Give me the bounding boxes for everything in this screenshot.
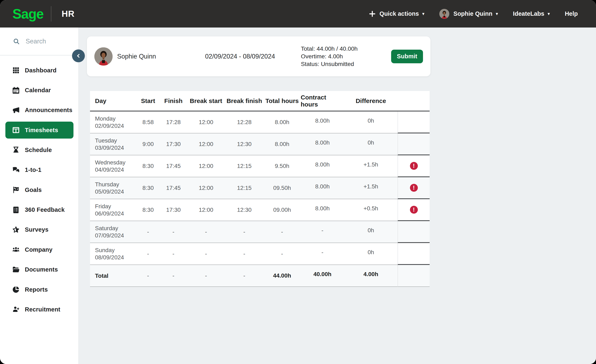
sidebar-item-calendar[interactable]: Calendar bbox=[0, 80, 78, 100]
timesheet-row-monday: Monday02/09/20248:5817:2812:0012:288.00h… bbox=[90, 111, 430, 133]
search-icon bbox=[13, 38, 20, 45]
sidebar-item-label: 360 Feedback bbox=[25, 206, 65, 213]
sidebar-item-label: Surveys bbox=[25, 226, 48, 233]
overtime-warning-icon[interactable]: ! bbox=[410, 206, 418, 214]
topbar: Sage HR Quick actions ▾ Sophie Quinn ▾ I… bbox=[0, 0, 596, 28]
cell-difference: 4.00h bbox=[344, 265, 398, 287]
cell-break-finish: - bbox=[225, 221, 263, 243]
day-link-saturday[interactable]: Saturday07/09/2024 bbox=[90, 221, 136, 243]
day-link-wednesday[interactable]: Wednesday04/09/2024 bbox=[90, 155, 136, 177]
cell-break-start: - bbox=[187, 265, 225, 287]
sidebar-item-recruitment[interactable]: Recruitment bbox=[0, 299, 78, 319]
sidebar-item-reports[interactable]: Reports bbox=[0, 280, 78, 299]
timesheet-row-total: Total----44.00h40.00h4.00h bbox=[90, 265, 430, 287]
submit-button[interactable]: Submit bbox=[391, 50, 423, 63]
column-header-alerts bbox=[398, 91, 430, 111]
column-header-total-hours: Total hours bbox=[263, 91, 301, 111]
cell-break-start: 12:00 bbox=[187, 199, 225, 221]
cell-break-finish: - bbox=[225, 265, 263, 287]
cell-difference: +1.5h bbox=[344, 155, 398, 177]
sidebar-item-label: Announcements bbox=[25, 107, 72, 114]
sidebar-item-label: Dashboard bbox=[25, 67, 57, 74]
search-input[interactable] bbox=[25, 37, 72, 45]
overtime-warning-icon[interactable]: ! bbox=[410, 184, 418, 192]
schedule-icon bbox=[12, 146, 20, 154]
sidebar: DashboardCalendarAnnouncementsTimesheets… bbox=[0, 28, 79, 364]
column-header-day: Day bbox=[90, 91, 136, 111]
sidebar-item-dashboard[interactable]: Dashboard bbox=[0, 60, 78, 80]
user-avatar bbox=[439, 9, 449, 19]
one-to-one-icon bbox=[12, 166, 20, 174]
cell-contract-hours: 40.00h bbox=[301, 265, 344, 287]
cell-start: 8:58 bbox=[136, 111, 160, 133]
quick-actions-menu[interactable]: Quick actions ▾ bbox=[369, 10, 425, 17]
cell-contract-hours: 8.00h bbox=[301, 111, 344, 133]
documents-icon bbox=[12, 265, 20, 274]
timesheet-row-saturday: Saturday07/09/2024------0h bbox=[90, 221, 430, 243]
chevron-down-icon: ▾ bbox=[496, 11, 498, 16]
cell-contract-hours: 8.00h bbox=[301, 133, 344, 155]
topbar-right: Quick actions ▾ Sophie Quinn ▾ IdeateLab… bbox=[369, 9, 596, 19]
cell-break-start: 12:00 bbox=[187, 155, 225, 177]
cell-finish: - bbox=[160, 221, 187, 243]
recruitment-icon bbox=[12, 305, 20, 314]
day-link-friday[interactable]: Friday06/09/2024 bbox=[90, 199, 136, 221]
chevron-down-icon: ▾ bbox=[548, 11, 550, 16]
brand-divider bbox=[51, 6, 51, 22]
sidebar-item-goals[interactable]: Goals bbox=[0, 180, 78, 200]
help-link[interactable]: Help bbox=[565, 10, 578, 17]
cell-contract-hours: 8.00h bbox=[301, 155, 344, 177]
column-header-contract-hours: Contract hours bbox=[301, 91, 344, 111]
cell-break-start: 12:00 bbox=[187, 111, 225, 133]
day-link-thursday[interactable]: Thursday05/09/2024 bbox=[90, 177, 136, 199]
goals-icon bbox=[12, 186, 20, 194]
cell-finish: - bbox=[160, 243, 187, 265]
cell-total-hours: 09.00h bbox=[263, 199, 301, 221]
sidebar-item-announcements[interactable]: Announcements bbox=[0, 100, 78, 120]
sidebar-nav: DashboardCalendarAnnouncementsTimesheets… bbox=[0, 55, 78, 320]
organization-menu[interactable]: IdeateLabs ▾ bbox=[513, 10, 550, 17]
plus-icon bbox=[369, 10, 376, 17]
cell-contract-hours: 8.00h bbox=[301, 177, 344, 199]
cell-finish: - bbox=[160, 265, 187, 287]
cell-start: - bbox=[136, 243, 160, 265]
sage-logo[interactable]: Sage bbox=[12, 6, 44, 22]
sidebar-item-label: Calendar bbox=[25, 87, 51, 94]
cell-total-hours: 44.00h bbox=[263, 265, 301, 287]
sidebar-item-label: Recruitment bbox=[25, 306, 60, 313]
sidebar-item-label: 1-to-1 bbox=[25, 167, 41, 173]
calendar-icon bbox=[12, 86, 20, 95]
cell-finish: 17:30 bbox=[160, 133, 187, 155]
cell-break-start: 12:00 bbox=[187, 133, 225, 155]
sidebar-item-company[interactable]: Company bbox=[0, 240, 78, 260]
sidebar-collapse-button[interactable] bbox=[72, 50, 85, 62]
overtime-line: Overtime: 4.00h bbox=[301, 52, 391, 60]
cell-total-hours: 8.00h bbox=[263, 133, 301, 155]
user-name: Sophie Quinn bbox=[454, 10, 492, 17]
sidebar-item-documents[interactable]: Documents bbox=[0, 260, 78, 280]
table-header-row: DayStartFinishBreak startBreak finishTot… bbox=[90, 91, 430, 111]
cell-contract-hours: - bbox=[301, 221, 344, 243]
day-link-monday[interactable]: Monday02/09/2024 bbox=[90, 111, 136, 133]
sidebar-item-surveys[interactable]: Surveys bbox=[0, 220, 78, 240]
sidebar-item-feedback-360[interactable]: 360 Feedback bbox=[0, 200, 78, 220]
sidebar-item-timesheets[interactable]: Timesheets bbox=[5, 122, 74, 138]
user-menu[interactable]: Sophie Quinn ▾ bbox=[439, 9, 498, 19]
day-link-tuesday[interactable]: Tuesday03/09/2024 bbox=[90, 133, 136, 155]
cell-alert bbox=[398, 265, 430, 287]
sidebar-item-one-to-one[interactable]: 1-to-1 bbox=[0, 160, 78, 180]
timesheet-row-friday: Friday06/09/20248:3017:3012:0012:3009.00… bbox=[90, 199, 430, 221]
cell-alert bbox=[398, 133, 430, 155]
sidebar-item-label: Company bbox=[25, 246, 52, 253]
day-link-sunday[interactable]: Sunday08/09/2024 bbox=[90, 243, 136, 265]
cell-difference: 0h bbox=[344, 133, 398, 155]
overtime-warning-icon[interactable]: ! bbox=[410, 162, 418, 170]
cell-break-start: - bbox=[187, 221, 225, 243]
sidebar-item-schedule[interactable]: Schedule bbox=[0, 140, 78, 160]
column-header-break-start: Break start bbox=[187, 91, 225, 111]
cell-alert bbox=[398, 221, 430, 243]
cell-break-start: - bbox=[187, 243, 225, 265]
sidebar-item-label: Timesheets bbox=[25, 127, 58, 134]
sidebar-item-label: Schedule bbox=[25, 147, 52, 153]
cell-finish: 17:30 bbox=[160, 199, 187, 221]
